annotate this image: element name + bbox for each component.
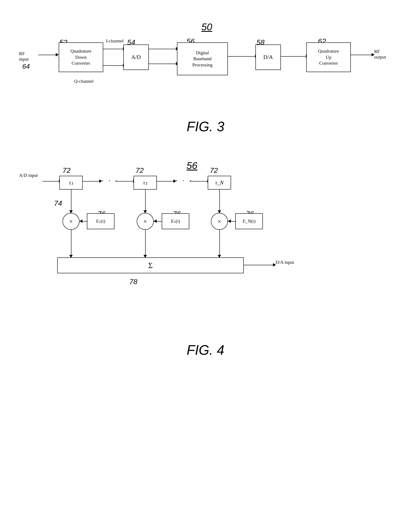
ref-72c: 72 <box>210 166 218 174</box>
figure-3-diagram: 50 RFinput 64 52 QuadratureDownConverter… <box>17 21 394 132</box>
arrow-dots-tau1b <box>115 181 133 181</box>
q-channel-label: Q-channel <box>74 78 94 84</box>
ad-block: A/D <box>123 45 149 70</box>
e1a-block: E₁(t) <box>87 213 114 229</box>
arrow-quc-output <box>351 55 372 55</box>
arrow-sigma-output <box>244 265 273 265</box>
arrow-tau1b-dots2 <box>157 181 174 181</box>
ref-78: 78 <box>129 277 137 286</box>
arrow-dots2-tauN <box>190 181 208 181</box>
dbp-block: DigitalBasebandProcessing <box>177 42 228 75</box>
arrow-x1-sigma <box>71 230 71 255</box>
arrow-x3-sigma <box>219 230 220 255</box>
qdc-block: QuadratureDownConverter <box>59 42 103 72</box>
arrow-tauN-down <box>219 190 220 211</box>
fig4-ref-56: 56 <box>187 160 197 171</box>
e1b-block: E₁(t) <box>162 213 189 229</box>
ref-64: 64 <box>22 63 30 70</box>
arrow-tau1b-down <box>145 190 146 211</box>
rf-output-label: RFoutput <box>374 49 386 60</box>
ref-72a: 72 <box>63 166 71 174</box>
sigma-block: Σ <box>57 257 244 273</box>
arrowhead-e1b-x2 <box>154 219 157 223</box>
arrow-qchan <box>103 65 123 66</box>
rf-input-label: RFinput <box>19 51 29 62</box>
arrow-tau1a-down <box>71 190 71 211</box>
arrow-ichan <box>103 49 123 49</box>
quc-block: QuadratureUpConverter <box>306 42 351 72</box>
dots1: · · · <box>102 177 119 185</box>
arrow-input-to-qdc <box>38 55 56 55</box>
eN-block: E_N(t) <box>235 213 263 229</box>
tau1a-block: τ₁ <box>59 176 83 190</box>
da-block: D/A <box>255 45 281 70</box>
arrowhead-e1a-x1 <box>79 219 83 223</box>
arrow-tau1a-dots <box>83 181 100 181</box>
fig4-caption: FIG. 4 <box>17 342 394 358</box>
page: 50 RFinput 64 52 QuadratureDownConverter… <box>0 0 411 532</box>
da-input-label: D/A input <box>276 259 294 265</box>
arrow-da-quc <box>281 56 306 57</box>
dots2: · · · <box>176 177 193 185</box>
multiplier-x3: × <box>211 213 228 230</box>
figure-4-diagram: 56 A/D input 72 τ₁ · · · 72 τ₁ · · · 72 <box>17 160 394 330</box>
arrowhead-input-qdc <box>56 53 59 57</box>
ref-74: 74 <box>54 199 62 207</box>
arrow-x2-sigma <box>145 230 146 255</box>
i-channel-label: I-channel <box>106 38 124 44</box>
ref-72b: 72 <box>136 166 144 174</box>
arrow-input-tau1 <box>42 181 59 181</box>
multiplier-x1: × <box>63 213 79 230</box>
arrow-ad-dbp-q <box>149 64 176 64</box>
multiplier-x2: × <box>137 213 154 230</box>
tauN-block: τ_N <box>208 176 231 190</box>
arrow-dbp-da <box>228 56 255 57</box>
tau1b-block: τ₁ <box>133 176 157 190</box>
ad-input-label: A/D input <box>19 173 38 178</box>
arrowhead-eN-x3 <box>228 219 231 223</box>
fig3-ref-50: 50 <box>201 21 212 33</box>
arrow-ad-dbp-i <box>149 49 176 49</box>
